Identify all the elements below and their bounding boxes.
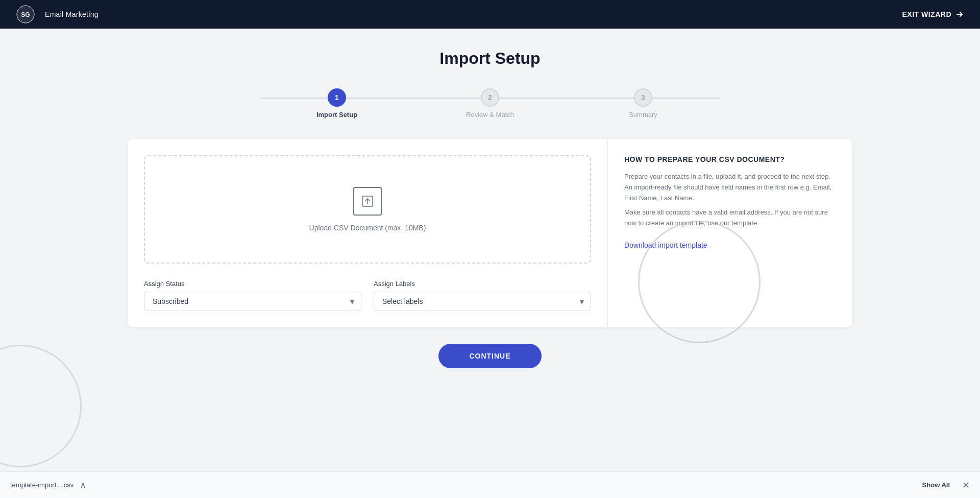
- bottom-bar-left: template-import....csv ∧: [10, 480, 86, 491]
- step-2: 2 Review & Match: [413, 88, 567, 118]
- download-import-template-link[interactable]: Download import template: [624, 241, 707, 249]
- expand-icon[interactable]: ∧: [80, 480, 86, 491]
- continue-button-wrapper: CONTINUE: [128, 344, 852, 368]
- help-panel: HOW TO PREPARE YOUR CSV DOCUMENT? Prepar…: [607, 139, 852, 327]
- arrow-right-icon: [955, 10, 964, 18]
- step-2-circle: 2: [481, 88, 499, 107]
- step-3: 3 Summary: [567, 88, 720, 118]
- content-wrapper: Import Setup 1 Import Setup 2 Review & M…: [97, 29, 883, 389]
- upload-zone[interactable]: Upload CSV Document (max. 10MB): [144, 155, 591, 264]
- app-name: Email Marketing: [45, 10, 99, 18]
- upload-panel: Upload CSV Document (max. 10MB) Assign S…: [128, 139, 607, 327]
- upload-icon-wrapper: [353, 187, 382, 216]
- assign-labels-wrapper: Select labels ▾: [374, 292, 591, 311]
- assign-status-select[interactable]: Subscribed Unsubscribed Pending: [144, 292, 361, 311]
- exit-wizard-button[interactable]: EXIT WIZARD: [902, 10, 964, 18]
- step-1: 1 Import Setup: [260, 88, 413, 118]
- siteground-logo-icon: SG: [16, 5, 35, 23]
- help-paragraph-1: Prepare your contacts in a file, upload …: [624, 172, 836, 203]
- stepper: 1 Import Setup 2 Review & Match 3 Summar…: [128, 88, 852, 118]
- step-2-label: Review & Match: [466, 111, 514, 118]
- logo: SG: [16, 5, 35, 23]
- continue-button[interactable]: CONTINUE: [438, 344, 541, 368]
- show-all-button[interactable]: Show All: [922, 481, 950, 489]
- main-card-container: Upload CSV Document (max. 10MB) Assign S…: [128, 139, 852, 327]
- step-1-label: Import Setup: [316, 111, 357, 118]
- assign-labels-group: Assign Labels Select labels ▾: [374, 280, 591, 311]
- upload-icon: [360, 194, 375, 208]
- close-bottom-bar-button[interactable]: ✕: [962, 480, 970, 491]
- form-row: Assign Status Subscribed Unsubscribed Pe…: [144, 280, 591, 311]
- assign-status-wrapper: Subscribed Unsubscribed Pending ▾: [144, 292, 361, 311]
- main-content: Import Setup 1 Import Setup 2 Review & M…: [0, 0, 980, 498]
- upload-text: Upload CSV Document (max. 10MB): [309, 224, 426, 232]
- assign-status-group: Assign Status Subscribed Unsubscribed Pe…: [144, 280, 361, 311]
- header-left: SG Email Marketing: [16, 5, 99, 23]
- assign-labels-select[interactable]: Select labels: [374, 292, 591, 311]
- file-name: template-import....csv: [10, 481, 74, 489]
- bottom-bar: template-import....csv ∧ Show All ✕: [0, 471, 980, 498]
- help-paragraph-2: Make sure all contacts have a valid emai…: [624, 207, 836, 229]
- bottom-bar-right: Show All ✕: [922, 480, 970, 491]
- header: SG Email Marketing EXIT WIZARD: [0, 0, 980, 29]
- svg-text:SG: SG: [21, 11, 30, 18]
- assign-labels-label: Assign Labels: [374, 280, 591, 288]
- main-card: Upload CSV Document (max. 10MB) Assign S…: [128, 139, 852, 327]
- step-1-circle: 1: [328, 88, 346, 107]
- help-title: HOW TO PREPARE YOUR CSV DOCUMENT?: [624, 155, 836, 163]
- page-title: Import Setup: [128, 49, 852, 68]
- step-3-label: Summary: [629, 111, 657, 118]
- assign-status-label: Assign Status: [144, 280, 361, 288]
- step-3-circle: 3: [634, 88, 652, 107]
